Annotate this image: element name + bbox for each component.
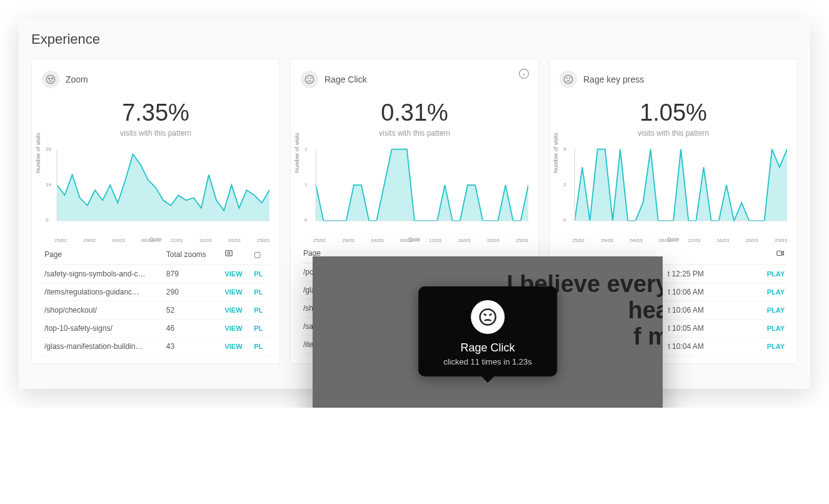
chart-rage-click: Number of visits 210 25/0229/0204/0308/0… [301,146,528,234]
play-link[interactable]: PL [254,325,263,332]
card-title: Rage Click [324,74,367,84]
count-cell: 290 [164,283,223,301]
session-player: I believe every hea f m Rage Click click… [313,256,663,408]
count-cell: 52 [164,301,223,320]
svg-point-10 [305,75,313,83]
count-cell: 43 [164,338,223,356]
table-row: /items/regulations-guidanc…290VIEWPL [42,283,269,301]
play-col-icon [706,244,787,265]
zoom-face-icon [42,71,59,88]
rage-face-icon [301,71,318,88]
table-row: /top-10-safety-signs/46VIEWPL [42,320,269,338]
stat-subtitle: visits with this pattern [560,129,787,138]
page-cell: /glass-manifestation-buildin… [42,338,164,356]
card-title: Rage key press [583,74,644,84]
play-link[interactable]: PL [254,343,263,350]
tooltip-rage-icon [471,300,505,334]
chart-zoom: Number of visits 28140 25/0229/0204/0308… [42,146,269,234]
view-link[interactable]: VIEW [224,325,242,332]
tooltip-subtitle: clicked 11 times in 1.23s [443,357,532,366]
svg-point-0 [46,75,54,83]
x-axis-label: Date [149,236,161,243]
view-link[interactable]: VIEW [224,306,242,314]
svg-point-17 [480,310,496,325]
play-link[interactable]: PL [254,306,263,314]
svg-rect-16 [777,251,782,256]
experience-dashboard: Experience Zoom 7.35% visits with this p… [19,19,810,389]
tooltip-title: Rage Click [443,341,532,355]
play-link[interactable]: PLAY [767,306,785,314]
svg-point-13 [564,75,572,83]
y-axis-label: Number of visits [35,133,41,173]
player-viewport: I believe every hea f m Rage Click click… [313,256,663,408]
play-col-icon: ▢ [251,244,269,265]
info-icon[interactable] [518,68,530,79]
view-link[interactable]: VIEW [224,343,242,350]
play-link[interactable]: PLAY [767,325,785,332]
rage-click-tooltip: Rage Click clicked 11 times in 1.23s [418,286,557,376]
page-cell: /safety-signs-symbols-and-c… [42,265,164,283]
count-cell: 879 [164,265,223,283]
stat-subtitle: visits with this pattern [42,129,269,138]
view-link[interactable]: VIEW [224,288,242,296]
y-axis-label: Number of visits [294,133,300,173]
page-cell: /shop/checkout/ [42,301,164,320]
stat-percentage: 1.05% [560,99,787,126]
play-link[interactable]: PL [254,288,263,296]
stat-subtitle: visits with this pattern [301,129,528,138]
svg-point-6 [228,252,231,255]
stat-percentage: 0.31% [301,99,528,126]
table-row: /glass-manifestation-buildin…43VIEWPL [42,338,269,356]
card-title: Zoom [66,74,88,84]
play-link[interactable]: PLAY [767,288,785,296]
y-axis-label: Number of visits [553,133,559,173]
play-link[interactable]: PL [254,270,263,278]
zoom-table: Page Total zooms ▢ /safety-signs-symbols… [42,244,269,356]
table-row: /safety-signs-symbols-and-c…879VIEWPL [42,265,269,283]
count-cell: 46 [164,320,223,338]
rage-key-face-icon [560,71,577,88]
svg-point-1 [49,78,50,79]
play-link[interactable]: PLAY [767,343,785,350]
view-link[interactable]: VIEW [224,270,242,278]
x-axis-label: Date [408,236,420,243]
svg-point-2 [51,78,53,79]
col-total: Total zooms [164,244,223,265]
chart-rage-key: Number of visits 420 25/0229/0204/0308/0… [560,146,787,234]
stat-percentage: 7.35% [42,99,269,126]
page-cell: /top-10-safety-signs/ [42,320,164,338]
section-title: Experience [31,31,798,48]
x-axis-label: Date [667,236,679,243]
col-page: Page [42,244,164,265]
svg-rect-5 [226,251,233,256]
view-icon [222,244,251,265]
card-zoom: Zoom 7.35% visits with this pattern Numb… [31,59,280,364]
table-row: /shop/checkout/52VIEWPL [42,301,269,320]
page-cell: /items/regulations-guidanc… [42,283,164,301]
play-link[interactable]: PLAY [767,270,785,278]
